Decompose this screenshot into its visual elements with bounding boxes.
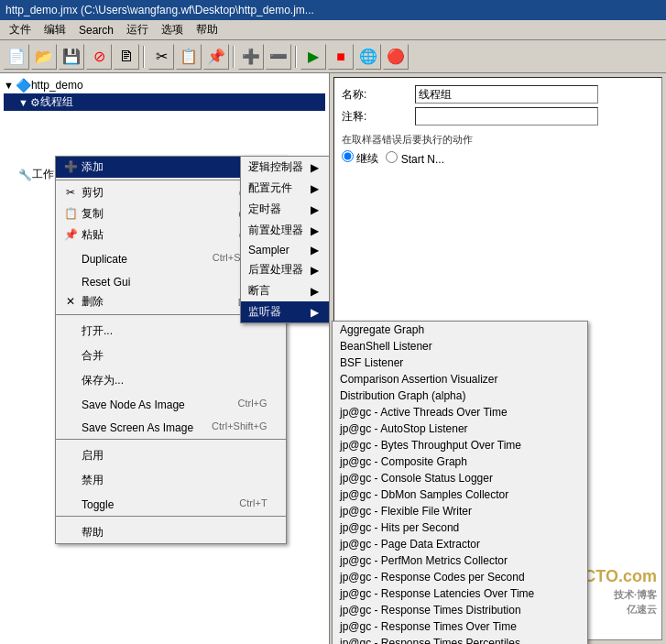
main-area: ▼ 🔷 http_demo ▼ ⚙ 线程组 🔧 工作台 ➕添加 ▶ ✂剪切 <box>0 73 666 644</box>
menu-edit[interactable]: 编辑 <box>38 21 71 38</box>
listener-jp-hits-per-second[interactable]: jp@gc - Hits per Second <box>333 519 587 536</box>
radio-start-n-label[interactable]: Start N... <box>386 151 444 166</box>
enable-icon <box>63 444 78 459</box>
ctx-save-screen-image[interactable]: Save Screen As Image Ctrl+Shift+G <box>56 414 286 437</box>
submenu-add-preprocessor[interactable]: 前置处理器 ▶ <box>241 220 330 241</box>
listener-jp-response-codes[interactable]: jp@gc - Response Codes per Second <box>333 569 587 585</box>
submenu-add-logic[interactable]: 逻辑控制器 ▶ <box>241 157 330 178</box>
menu-search[interactable]: Search <box>73 23 119 38</box>
listener-jp-flexible-file[interactable]: jp@gc - Flexible File Writer <box>333 503 587 519</box>
save-screen-image-icon <box>63 417 78 431</box>
saveas-icon <box>63 369 78 384</box>
toolbar: 📄 📂 💾 ⊘ 🖹 ✂ 📋 📌 ➕ ➖ ▶ ■ 🌐 🔴 <box>0 40 666 73</box>
comment-label: 注释: <box>342 109 415 125</box>
menu-options[interactable]: 选项 <box>156 21 189 38</box>
thread-icon: ⚙ <box>30 96 40 109</box>
comment-input[interactable] <box>415 107 598 126</box>
listener-jp-response-times-dist[interactable]: jp@gc - Response Times Distribution <box>333 602 587 618</box>
submenu-add-config[interactable]: 配置元件 ▶ <box>241 178 330 199</box>
listener-jp-autostop[interactable]: jp@gc - AutoStop Listener <box>333 420 587 437</box>
menu-help[interactable]: 帮助 <box>191 21 224 38</box>
name-input[interactable] <box>415 85 598 104</box>
toolbar-remote-start-btn[interactable]: 🌐 <box>355 44 381 70</box>
toolbar-new-btn[interactable]: 📄 <box>4 44 29 70</box>
name-row: 名称: <box>342 85 654 104</box>
preprocessor-arrow-icon: ▶ <box>311 224 319 237</box>
ctx-save-node-image[interactable]: Save Node As Image Ctrl+G <box>56 391 286 414</box>
toolbar-stop-btn[interactable]: ■ <box>328 44 354 70</box>
submenu-add-postprocessor[interactable]: 后置处理器 ▶ <box>241 259 330 280</box>
submenu-add-sampler[interactable]: Sampler ▶ <box>241 241 330 259</box>
menu-file[interactable]: 文件 <box>4 21 37 38</box>
listener-jp-console-logger[interactable]: jp@gc - Console Status Logger <box>333 470 587 486</box>
toolbar-saveas-btn[interactable]: 🖹 <box>114 44 139 70</box>
listener-comparison-assertion[interactable]: Comparison Assertion Visualizer <box>333 371 587 387</box>
listener-jp-perfmon[interactable]: jp@gc - PerfMon Metrics Collector <box>333 552 587 569</box>
reset-icon <box>63 271 78 286</box>
listener-jp-response-times-pct[interactable]: jp@gc - Response Times Percentiles <box>333 635 587 644</box>
radio-continue-label[interactable]: 继续 <box>342 150 378 167</box>
ctx-sep-4 <box>56 516 286 517</box>
add-icon: ➕ <box>63 159 78 174</box>
listener-jp-composite-graph[interactable]: jp@gc - Composite Graph <box>333 453 587 470</box>
help-icon <box>63 521 78 536</box>
ctx-enable[interactable]: 启用 <box>56 442 286 466</box>
toolbar-open-btn[interactable]: 📂 <box>31 44 57 70</box>
menu-run[interactable]: 运行 <box>121 21 154 38</box>
delete-icon: ✕ <box>63 294 78 309</box>
listener-bsf[interactable]: BSF Listener <box>333 355 587 371</box>
toolbar-sep-3 <box>295 46 297 68</box>
submenu-add-assertion[interactable]: 断言 ▶ <box>241 280 330 301</box>
toolbar-expand-btn[interactable]: ➕ <box>238 44 264 70</box>
listener-arrow-icon: ▶ <box>311 306 319 319</box>
toolbar-save-btn[interactable]: 💾 <box>59 44 84 70</box>
radio-continue[interactable] <box>342 150 354 162</box>
listener-jp-response-times-over[interactable]: jp@gc - Response Times Over Time <box>333 618 587 635</box>
listener-beanshell[interactable]: BeanShell Listener <box>333 338 587 355</box>
listener-jp-bytes-throughput[interactable]: jp@gc - Bytes Throughput Over Time <box>333 437 587 453</box>
assertion-arrow-icon: ▶ <box>311 285 319 298</box>
toolbar-sep-1 <box>143 46 145 68</box>
tree-node-threadgroup[interactable]: ▼ ⚙ 线程组 <box>4 93 325 111</box>
open-icon <box>63 320 78 334</box>
tree-node-root[interactable]: ▼ 🔷 http_demo <box>4 77 325 93</box>
toolbar-cut-btn[interactable]: ✂ <box>148 44 174 70</box>
listener-distribution-graph[interactable]: Distribution Graph (alpha) <box>333 387 587 404</box>
toolbar-remote-stop-btn[interactable]: 🔴 <box>383 44 409 70</box>
ctx-help[interactable]: 帮助 <box>56 518 286 543</box>
thread-label: 线程组 <box>40 94 73 110</box>
save-node-image-icon <box>63 394 78 409</box>
listener-jp-page-data[interactable]: jp@gc - Page Data Extractor <box>333 536 587 552</box>
timer-arrow-icon: ▶ <box>311 203 319 216</box>
duplicate-icon <box>63 248 78 263</box>
sampler-arrow-icon: ▶ <box>311 244 319 257</box>
merge-icon <box>63 344 78 359</box>
tree-root-icon: 🔷 <box>16 78 31 93</box>
radio-group: 继续 Start N... <box>342 150 654 167</box>
listener-aggregate-graph[interactable]: Aggregate Graph <box>333 322 587 338</box>
submenu-listener: Aggregate Graph BeanShell Listener BSF L… <box>332 321 588 644</box>
cut-icon: ✂ <box>63 185 78 200</box>
ctx-disable[interactable]: 禁用 <box>56 466 286 491</box>
radio-start-n[interactable] <box>386 151 398 163</box>
toolbar-revert-btn[interactable]: ⊘ <box>86 44 112 70</box>
title-text: http_demo.jmx (C:\Users\wangfang.wf\Desk… <box>5 4 314 16</box>
toolbar-start-btn[interactable]: ▶ <box>300 44 326 70</box>
listener-jp-dbmon[interactable]: jp@gc - DbMon Samples Collector <box>333 486 587 503</box>
toolbar-copy-btn[interactable]: 📋 <box>176 44 202 70</box>
listener-jp-active-threads[interactable]: jp@gc - Active Threads Over Time <box>333 404 587 420</box>
listener-jp-response-latencies[interactable]: jp@gc - Response Latencies Over Time <box>333 585 587 602</box>
toolbar-paste-btn[interactable]: 📌 <box>203 44 229 70</box>
copy-icon: 📋 <box>63 206 78 221</box>
tree-root-label: http_demo <box>31 79 83 92</box>
submenu-add-listener[interactable]: 监听器 ▶ <box>241 301 330 322</box>
left-panel: ▼ 🔷 http_demo ▼ ⚙ 线程组 🔧 工作台 ➕添加 ▶ ✂剪切 <box>0 73 330 644</box>
comment-row: 注释: <box>342 107 654 126</box>
ctx-merge[interactable]: 合并 <box>56 342 286 366</box>
ctx-toggle[interactable]: Toggle Ctrl+T <box>56 491 286 514</box>
ctx-saveas[interactable]: 保存为... <box>56 366 286 391</box>
toggle-icon <box>63 494 78 508</box>
toolbar-collapse-btn[interactable]: ➖ <box>266 44 291 70</box>
thread-expand-icon: ▼ <box>18 97 28 108</box>
submenu-add-timer[interactable]: 定时器 ▶ <box>241 199 330 220</box>
